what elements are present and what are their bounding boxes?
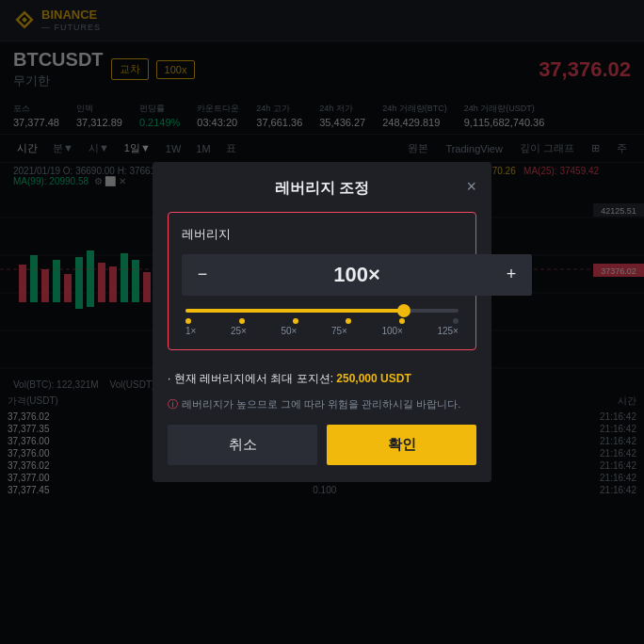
- slider-label-100x: 100×: [381, 326, 403, 336]
- leverage-decrease-button[interactable]: −: [182, 254, 223, 296]
- leverage-slider-track[interactable]: [185, 309, 459, 313]
- slider-label-1x: 1×: [185, 326, 196, 336]
- modal-overlay: 레버리지 조정 × 레버리지 − +: [0, 0, 644, 644]
- slider-labels: 1× 25× 50× 75× 100× 125×: [185, 326, 459, 336]
- leverage-modal: 레버리지 조정 × 레버리지 − +: [153, 162, 491, 483]
- leverage-input[interactable]: [223, 254, 491, 296]
- leverage-section: 레버리지 − +: [168, 212, 476, 350]
- modal-close-button[interactable]: ×: [466, 178, 476, 195]
- slider-dot-50x: [293, 318, 298, 324]
- modal-buttons: 취소 확인: [153, 425, 491, 482]
- leverage-stepper: − +: [182, 254, 462, 296]
- slider-dot-75x: [346, 318, 351, 324]
- warning-icon: ⓘ: [168, 396, 178, 412]
- info-text-prefix: · 현재 레버리지에서 최대 포지션:: [168, 372, 336, 385]
- slider-dot-1x: [185, 318, 191, 324]
- slider-dot-25x: [239, 318, 245, 324]
- slider-fill: [185, 309, 404, 313]
- slider-label-25x: 25×: [231, 326, 247, 336]
- leverage-increase-button[interactable]: +: [491, 254, 532, 296]
- max-position-value: 250,000 USDT: [336, 372, 411, 385]
- confirm-button[interactable]: 확인: [327, 425, 476, 465]
- cancel-button[interactable]: 취소: [168, 425, 317, 465]
- slider-label-75x: 75×: [331, 326, 347, 336]
- leverage-section-label: 레버리지: [182, 226, 462, 243]
- modal-header: 레버리지 조정 ×: [153, 162, 491, 212]
- slider-dot-125x: [453, 318, 459, 324]
- slider-label-125x: 125×: [437, 326, 459, 336]
- warning-text: ⓘ 레버리지가 높으므로 그에 따라 위험을 관리하시길 바랍니다.: [153, 391, 491, 426]
- warning-message: 레버리지가 높으므로 그에 따라 위험을 관리하시길 바랍니다.: [182, 396, 460, 412]
- slider-dots: [185, 318, 459, 324]
- slider-thumb[interactable]: [397, 304, 411, 317]
- leverage-slider-container: 1× 25× 50× 75× 100× 125×: [182, 309, 462, 336]
- modal-title: 레버리지 조정: [275, 179, 369, 199]
- max-position-info: · 현재 레버리지에서 최대 포지션: 250,000 USDT: [153, 363, 491, 391]
- slider-dot-100x: [399, 318, 405, 324]
- slider-label-50x: 50×: [281, 326, 297, 336]
